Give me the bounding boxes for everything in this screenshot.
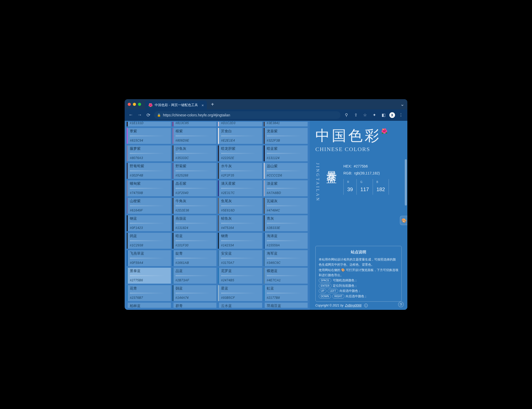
extensions-icon[interactable]: ✦ <box>371 113 378 117</box>
color-card[interactable]: 尼罗蓝#2474B5 <box>218 268 262 284</box>
info-icon[interactable]: i <box>364 304 368 307</box>
share-icon[interactable]: ⇪ <box>352 113 359 117</box>
color-card[interactable]: #3E3841 <box>264 122 308 126</box>
color-card[interactable]: 野葡萄紫#302F4B <box>127 163 171 179</box>
close-window-button[interactable] <box>128 103 131 106</box>
color-card[interactable]: 野菊紫#525288 <box>172 163 217 179</box>
color-card[interactable]: 瓦罐灰#47484C <box>264 198 308 214</box>
search-icon[interactable]: ⚲ <box>343 113 350 117</box>
color-card[interactable]: 群青 <box>172 303 217 308</box>
color-card[interactable]: 晶石紫#1F2040 <box>172 180 217 196</box>
color-card[interactable]: 钢蓝#0F1423 <box>127 215 171 231</box>
color-name: 鸽蓝 <box>130 234 169 238</box>
address-bar[interactable]: 🔒 https://chinese-colors.heyfe.org/#jing… <box>154 111 341 119</box>
reload-button[interactable]: ⟳ <box>145 112 151 118</box>
color-card[interactable]: 芡食白#E2E1E4 <box>218 128 262 144</box>
color-card[interactable]: 蝶翅蓝#4E7CA1 <box>264 268 308 284</box>
color-card[interactable]: 淡蓝紫#A7A8BD <box>264 180 308 196</box>
color-card[interactable]: 暗蓝#101F30 <box>172 233 217 249</box>
color-hex: #8076A3 <box>130 156 169 160</box>
new-tab-button[interactable]: + <box>209 101 216 107</box>
maximize-window-button[interactable] <box>138 103 141 106</box>
browser-tab[interactable]: 🌺 中国色彩 - 网页一键配色工具 × <box>145 101 207 109</box>
color-name: 龙葵紫 <box>267 129 306 133</box>
color-name: 蕈紫 <box>130 129 169 133</box>
color-card[interactable]: 靛青#1661AB <box>172 250 217 266</box>
profile-avatar[interactable]: X <box>389 112 395 118</box>
minimize-window-button[interactable] <box>133 103 136 106</box>
color-card[interactable]: 牛角灰#2D2E36 <box>172 198 217 214</box>
color-card[interactable]: 柏林蓝 <box>127 303 171 308</box>
color-name: 淡蓝紫 <box>267 181 306 186</box>
color-card[interactable]: #D1C2D3 <box>218 122 262 126</box>
color-card[interactable]: 安安蓝#3170A7 <box>218 250 262 266</box>
color-hex: #22202E <box>221 156 260 160</box>
color-name: 飞燕草蓝 <box>130 251 169 256</box>
color-card[interactable]: 螺甸紫#74759B <box>127 180 171 196</box>
color-card[interactable]: #813C85 <box>172 122 217 126</box>
color-name: 鷃蓝 <box>176 286 215 291</box>
color-card[interactable]: 星蓝#93B5CF <box>218 285 262 301</box>
color-card[interactable]: 海军蓝#346C9C <box>264 250 308 266</box>
color-card[interactable]: 满天星紫#2E317C <box>218 180 262 196</box>
color-hex: #E2E1E4 <box>221 139 260 142</box>
color-card[interactable]: 暗龙胆紫#22202E <box>218 145 262 161</box>
color-name: 海涛蓝 <box>267 234 306 238</box>
color-name: 海军蓝 <box>267 251 306 256</box>
color-name: 暗龙胆紫 <box>221 146 260 151</box>
color-hex: #346C9C <box>267 261 306 265</box>
color-name: 槿紫 <box>176 129 215 133</box>
scrollbar-thumb[interactable] <box>405 159 407 206</box>
color-card[interactable]: 燕颔蓝#131824 <box>172 215 217 231</box>
color-card[interactable]: 海涛蓝#15559A <box>264 233 308 249</box>
color-card[interactable]: 槿紫#806D9E <box>172 128 217 144</box>
color-hex: #A7A8BD <box>267 191 306 195</box>
color-hex: #475164 <box>221 226 260 230</box>
palette-toggle-button[interactable]: 🎨 <box>400 216 407 225</box>
forward-button[interactable]: → <box>136 112 143 118</box>
color-card[interactable]: 远山紫#CCCCD6 <box>264 163 308 179</box>
menu-dots-icon[interactable]: ⋮ <box>398 113 404 117</box>
tabs-dropdown-icon[interactable]: ⌄ <box>400 101 404 107</box>
back-button[interactable]: ← <box>128 112 134 118</box>
color-hex: #0F59A4 <box>130 261 169 265</box>
color-card[interactable]: 飞燕草蓝#0F59A4 <box>127 250 171 266</box>
color-card[interactable]: 鸽蓝#1C2938 <box>127 233 171 249</box>
color-name: 沙鱼灰 <box>176 146 215 151</box>
color-hex: #3E3841 <box>267 121 306 125</box>
color-card[interactable]: 青灰#2B333E <box>264 215 308 231</box>
color-card[interactable]: 龙葵紫#322F3B <box>264 128 308 144</box>
color-card[interactable]: 鲸鱼灰#475164 <box>218 215 262 231</box>
color-card[interactable]: 品蓝#2B73AF <box>172 268 217 284</box>
color-name: 暗蓝 <box>176 234 215 238</box>
color-hex: #131124 <box>267 156 306 160</box>
color-card[interactable]: 景泰蓝#2775B6 <box>127 268 171 284</box>
color-card[interactable]: 鱼尾灰#5E616D <box>218 198 262 214</box>
sidepanel-icon[interactable]: ◧ <box>380 113 387 117</box>
color-card[interactable]: 鷃蓝#144A74 <box>172 285 217 301</box>
kbd-up: UP <box>319 289 326 293</box>
color-card[interactable]: #1E131D <box>127 122 171 126</box>
color-hex: #2B333E <box>267 226 306 230</box>
color-card[interactable]: 藤萝紫#8076A3 <box>127 145 171 161</box>
color-card[interactable]: 暗蓝紫#131124 <box>264 145 308 161</box>
color-name: 云水蓝 <box>221 304 260 308</box>
color-card[interactable]: 沙鱼灰#35333C <box>172 145 217 161</box>
tab-favicon: 🌺 <box>148 103 153 107</box>
color-name: 群青 <box>176 304 215 308</box>
color-card[interactable]: 山梗紫#61649F <box>127 198 171 214</box>
color-card[interactable]: 钢青#142334 <box>218 233 262 249</box>
color-card[interactable]: 云水蓝 <box>218 303 262 308</box>
color-card[interactable]: 羽扇豆蓝 <box>264 303 308 308</box>
color-name: 品蓝 <box>176 269 215 273</box>
help-toggle-button[interactable]: ? <box>398 302 404 307</box>
tab-close-icon[interactable]: × <box>201 103 204 107</box>
color-card[interactable]: 花青#2376B7 <box>127 285 171 301</box>
color-card[interactable]: 蕈紫#815C94 <box>127 128 171 144</box>
lock-icon: 🔒 <box>157 113 161 117</box>
color-card[interactable]: 虹蓝#2177B8 <box>264 285 308 301</box>
author-link[interactable]: ZxBing0066 <box>345 304 362 307</box>
color-card[interactable]: 水牛灰#2F2F35 <box>218 163 262 179</box>
page-content: #1E131D#813C85#D1C2D3#3E3841蕈紫#815C94槿紫#… <box>125 121 407 310</box>
bookmark-star-icon[interactable]: ☆ <box>362 113 368 117</box>
